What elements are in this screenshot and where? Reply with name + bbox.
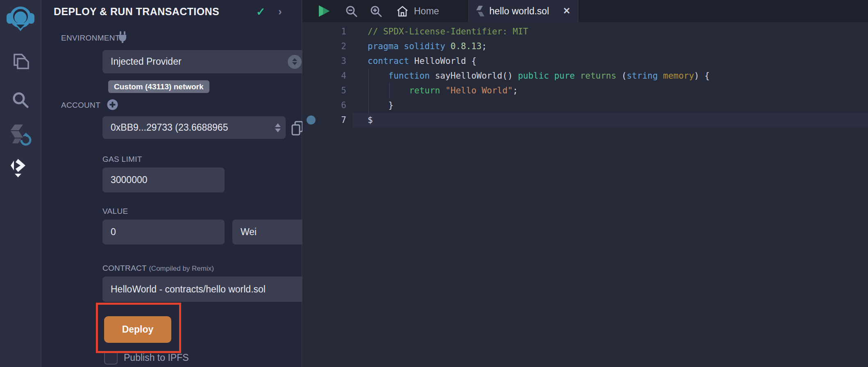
deploy-run-icon[interactable] — [0, 156, 41, 179]
breakpoint-margin[interactable] — [302, 68, 324, 83]
panel-title: DEPLOY & RUN TRANSACTIONS — [54, 6, 219, 18]
breakpoint-margin[interactable] — [302, 83, 324, 98]
code-line[interactable]: 2pragma solidity 0.8.13; — [302, 39, 868, 54]
code-text: function sayHelloWorld() public pure ret… — [352, 68, 868, 83]
remix-logo[interactable] — [0, 2, 41, 34]
gas-limit-value: 3000000 — [111, 174, 148, 186]
line-number: 2 — [324, 39, 352, 54]
tab-home[interactable]: Home — [397, 0, 439, 22]
deploy-run-panel: DEPLOY & RUN TRANSACTIONS ✓ › ENVIRONMEN… — [41, 0, 302, 367]
code-text: } — [352, 98, 868, 113]
value-input[interactable]: 0 — [102, 220, 225, 245]
zoom-out-icon[interactable] — [345, 5, 358, 18]
gas-limit-label: GAS LIMIT — [102, 155, 142, 164]
line-number: 3 — [324, 54, 352, 68]
indent-guide — [389, 83, 390, 98]
code-text: // SPDX-License-Identifier: MIT — [352, 24, 868, 39]
value-amount: 0 — [111, 227, 116, 238]
publish-ipfs-label: Publish to IPFS — [124, 352, 189, 363]
contract-note: (Compiled by Remix) — [149, 265, 214, 272]
code-line[interactable]: 1// SPDX-License-Identifier: MIT — [302, 24, 868, 39]
account-label: ACCOUNT — [61, 101, 100, 110]
add-account-icon[interactable] — [107, 99, 118, 110]
contract-selected-value: HelloWorld - contracts/hello world.sol — [111, 284, 266, 295]
breakpoint-margin[interactable] — [302, 98, 324, 113]
line-number: 4 — [324, 68, 352, 83]
breakpoint-margin[interactable] — [302, 24, 324, 39]
tab-hello-world-sol[interactable]: hello world.sol ✕ — [468, 0, 578, 22]
code-line[interactable]: 4 function sayHelloWorld() public pure r… — [302, 68, 868, 83]
contract-label: CONTRACT — [102, 264, 147, 272]
contract-select[interactable]: HelloWorld - contracts/hello world.sol — [102, 276, 324, 302]
code-line[interactable]: 7$ — [302, 113, 868, 127]
plug-icon — [117, 31, 128, 43]
run-script-icon[interactable] — [319, 5, 329, 17]
publish-ipfs-checkbox[interactable] — [104, 351, 118, 365]
breakpoint-margin[interactable] — [302, 54, 324, 68]
value-label: VALUE — [102, 207, 128, 216]
account-spinner-icon — [275, 123, 281, 132]
code-area[interactable]: 1// SPDX-License-Identifier: MIT2pragma … — [302, 22, 868, 367]
deploy-button[interactable]: Deploy — [104, 316, 171, 343]
contract-label-row: CONTRACT (Compiled by Remix) — [102, 264, 214, 273]
gas-limit-input[interactable]: 3000000 — [102, 168, 225, 193]
code-text: $ — [352, 113, 868, 127]
environment-label: ENVIRONMENT — [61, 34, 120, 43]
line-number: 6 — [324, 98, 352, 113]
code-text: pragma solidity 0.8.13; — [352, 39, 868, 54]
breakpoint-dot[interactable] — [307, 116, 316, 125]
tab-home-label: Home — [414, 6, 439, 17]
indent-guide — [368, 68, 369, 113]
remix-ide-window: DEPLOY & RUN TRANSACTIONS ✓ › ENVIRONMEN… — [0, 0, 868, 367]
home-icon — [397, 6, 408, 17]
code-line[interactable]: 3contract HelloWorld { — [302, 54, 868, 68]
value-unit: Wei — [241, 227, 257, 238]
compile-success-check-icon: ✓ — [256, 5, 266, 18]
icon-rail — [0, 0, 41, 367]
network-badge: Custom (43113) network — [108, 80, 209, 93]
account-select[interactable]: 0xBB9...29733 (23.6688965 — [102, 116, 286, 139]
code-text: contract HelloWorld { — [352, 54, 868, 68]
code-text: return "Hello World"; — [352, 83, 868, 98]
remix-logo-icon — [6, 3, 35, 33]
code-line[interactable]: 6 } — [302, 98, 868, 113]
code-editor: Home hello world.sol ✕ 1// SPDX-License-… — [302, 0, 868, 367]
close-tab-icon[interactable]: ✕ — [563, 6, 570, 16]
environment-selected-value: Injected Provider — [111, 56, 182, 67]
solidity-compiler-icon[interactable] — [0, 121, 41, 147]
breakpoint-margin[interactable] — [302, 39, 324, 54]
environment-select[interactable]: Injected Provider — [102, 50, 307, 73]
line-number: 7 — [324, 113, 352, 127]
search-icon[interactable] — [0, 88, 41, 111]
account-selected-value: 0xBB9...29733 (23.6688965 — [111, 122, 228, 133]
code-lines: 1// SPDX-License-Identifier: MIT2pragma … — [302, 24, 868, 127]
zoom-in-icon[interactable] — [370, 5, 382, 18]
editor-tabbar: Home hello world.sol ✕ — [302, 0, 868, 22]
environment-caret-icon — [288, 55, 302, 69]
breakpoint-margin[interactable] — [302, 113, 324, 127]
line-number: 5 — [324, 83, 352, 98]
code-line[interactable]: 5 return "Hello World"; — [302, 83, 868, 98]
line-number: 1 — [324, 24, 352, 39]
file-explorer-icon[interactable] — [0, 50, 41, 73]
tab-file-label: hello world.sol — [489, 6, 549, 17]
panel-collapse-chevron-icon[interactable]: › — [278, 5, 282, 18]
solidity-file-icon — [476, 5, 484, 17]
